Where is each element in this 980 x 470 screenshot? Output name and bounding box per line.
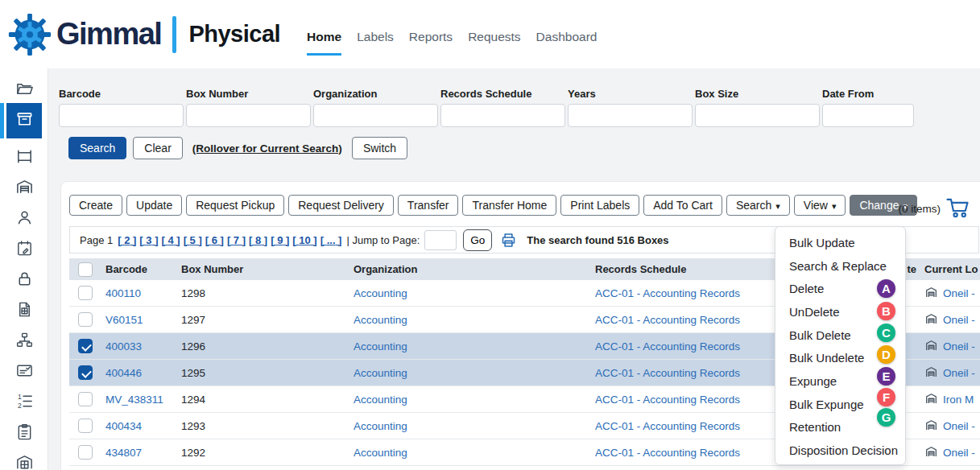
box-number-value: 1292 xyxy=(177,447,349,459)
nav-item-home[interactable]: Home xyxy=(307,30,341,56)
organization-link[interactable]: Accounting xyxy=(349,420,591,432)
sidebar-item-folders[interactable] xyxy=(6,75,42,105)
barcode-link[interactable]: 400434 xyxy=(101,420,177,432)
sidebar-item-tasks[interactable] xyxy=(6,418,42,448)
organization-link[interactable]: Accounting xyxy=(349,447,591,459)
row-checkbox[interactable] xyxy=(78,312,93,327)
sidebar-item-reports-doc[interactable] xyxy=(6,295,42,326)
create-button[interactable]: Create xyxy=(69,195,122,216)
records-schedule-link[interactable]: ACC-01 - Accounting Records xyxy=(591,367,792,379)
sidebar-item-warehouse[interactable] xyxy=(6,173,42,204)
printer-icon[interactable] xyxy=(500,232,517,249)
view-dropdown-button[interactable]: View▾ xyxy=(794,195,846,216)
current-location-link[interactable]: Oneil - xyxy=(943,447,975,459)
cart-items-count: (0 items) xyxy=(898,203,941,215)
date-from-input[interactable] xyxy=(822,104,914,127)
records-schedule-link[interactable]: ACC-01 - Accounting Records xyxy=(591,447,792,459)
sidebar-item-numbered-list[interactable]: 12 xyxy=(6,387,42,418)
menu-item-bulk-update[interactable]: Bulk Update xyxy=(775,231,905,254)
menu-item-search-replace[interactable]: Search & Replace xyxy=(775,254,905,278)
sidebar-item-hierarchy[interactable] xyxy=(6,326,42,357)
print-labels-button[interactable]: Print Labels xyxy=(560,195,639,216)
row-checkbox[interactable] xyxy=(78,365,93,380)
page-link-4[interactable]: 4 xyxy=(161,234,180,246)
barcode-link[interactable]: 400110 xyxy=(101,287,177,299)
current-location-link[interactable]: Oneil - xyxy=(943,314,975,326)
records-schedule-link[interactable]: ACC-01 - Accounting Records xyxy=(591,340,792,352)
barcode-link[interactable]: MV_438311 xyxy=(101,394,177,406)
nav-item-requests[interactable]: Requests xyxy=(468,30,520,56)
sidebar-item-shelves[interactable] xyxy=(6,142,42,173)
row-checkbox[interactable] xyxy=(78,418,93,433)
box-number-input[interactable] xyxy=(186,104,311,127)
request-pickup-button[interactable]: Request Pickup xyxy=(186,195,284,216)
sidebar-item-users[interactable] xyxy=(6,204,42,234)
search-button[interactable]: Search xyxy=(68,137,126,159)
page-link-8[interactable]: 8 xyxy=(249,234,267,246)
page-link-7[interactable]: 7 xyxy=(227,234,246,246)
years-input[interactable] xyxy=(568,104,693,127)
barcode-link[interactable]: 400446 xyxy=(101,367,177,379)
switch-button[interactable]: Switch xyxy=(352,137,407,159)
transfer-button[interactable]: Transfer xyxy=(398,195,459,216)
page-link-2[interactable]: 2 xyxy=(118,234,136,246)
nav-item-labels[interactable]: Labels xyxy=(357,30,394,56)
page-link-3[interactable]: 3 xyxy=(139,234,158,246)
current-location-link[interactable]: Oneil - xyxy=(943,367,975,379)
current-location-link[interactable]: Oneil - xyxy=(943,287,975,299)
organization-link[interactable]: Accounting xyxy=(349,287,591,299)
organization-link[interactable]: Accounting xyxy=(349,314,591,326)
row-checkbox[interactable] xyxy=(78,286,93,300)
page-link-9[interactable]: 9 xyxy=(271,234,289,246)
current-location-link[interactable]: Iron M xyxy=(943,394,974,406)
sidebar-item-schedule[interactable] xyxy=(6,234,42,265)
sidebar-item-storage[interactable] xyxy=(6,448,42,470)
page-link-5[interactable]: 5 xyxy=(184,234,202,246)
barcode-link[interactable]: 434807 xyxy=(101,447,177,459)
organization-link[interactable]: Accounting xyxy=(349,394,591,406)
barcode-link[interactable]: 400033 xyxy=(101,340,177,352)
current-location-link[interactable]: Oneil - xyxy=(943,420,975,432)
request-delivery-button[interactable]: Request Delivery xyxy=(288,195,394,216)
warehouse-location-icon xyxy=(924,285,938,301)
current-location-link[interactable]: Oneil - xyxy=(943,340,975,352)
row-checkbox[interactable] xyxy=(78,445,93,460)
cart-area[interactable]: (0 items) xyxy=(898,196,971,221)
organization-input[interactable] xyxy=(313,104,438,127)
row-checkbox[interactable] xyxy=(78,339,93,353)
add-to-cart-button[interactable]: Add To Cart xyxy=(643,195,722,216)
records-schedule-link[interactable]: ACC-01 - Accounting Records xyxy=(591,287,792,299)
page-link-10[interactable]: 10 xyxy=(292,234,316,246)
sidebar-item-requests-card[interactable] xyxy=(6,357,42,387)
jump-to-page-input[interactable] xyxy=(424,230,457,250)
select-all-checkbox[interactable] xyxy=(78,262,93,277)
menu-item-disposition-decision[interactable]: Disposition Decision xyxy=(775,439,905,462)
records-schedule-link[interactable]: ACC-01 - Accounting Records xyxy=(591,420,792,432)
barcode-link[interactable]: V60151 xyxy=(101,314,177,326)
main-nav: Home Labels Reports Requests Dashboard xyxy=(307,14,597,56)
barcode-input[interactable] xyxy=(59,104,184,127)
page-link-more[interactable]: ... xyxy=(320,234,342,246)
sidebar-item-security[interactable] xyxy=(6,265,42,295)
nav-item-reports[interactable]: Reports xyxy=(409,30,453,56)
go-button[interactable]: Go xyxy=(463,229,492,251)
update-button[interactable]: Update xyxy=(126,195,182,216)
rollover-current-search-link[interactable]: (Rollover for Current Search) xyxy=(192,142,342,155)
search-actions: Search Clear (Rollover for Current Searc… xyxy=(68,137,407,159)
records-schedule-input[interactable] xyxy=(440,104,565,127)
organization-link[interactable]: Accounting xyxy=(349,340,591,352)
transfer-home-button[interactable]: Transfer Home xyxy=(462,195,556,216)
left-sidebar: 12 xyxy=(0,68,48,470)
records-schedule-link[interactable]: ACC-01 - Accounting Records xyxy=(591,394,792,406)
sidebar-item-boxes[interactable] xyxy=(6,103,42,138)
cart-icon xyxy=(945,196,971,221)
page-link-6[interactable]: 6 xyxy=(205,234,224,246)
box-size-input[interactable] xyxy=(695,104,820,127)
search-dropdown-button[interactable]: Search▾ xyxy=(726,195,790,216)
brand-logo[interactable]: Gimmal xyxy=(6,11,161,58)
records-schedule-link[interactable]: ACC-01 - Accounting Records xyxy=(591,314,792,326)
nav-item-dashboard[interactable]: Dashboard xyxy=(536,30,598,56)
row-checkbox[interactable] xyxy=(78,392,93,406)
organization-link[interactable]: Accounting xyxy=(349,367,591,379)
clear-button[interactable]: Clear xyxy=(133,137,182,159)
